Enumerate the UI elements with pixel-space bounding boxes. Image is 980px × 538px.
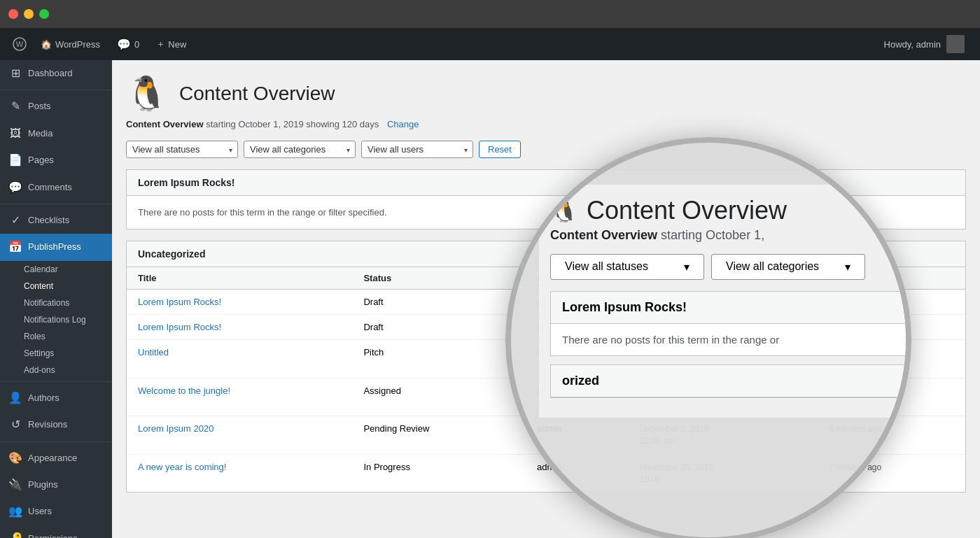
page-icon: 🐧: [126, 74, 168, 113]
sidebar-item-posts[interactable]: ✎ Posts: [0, 93, 112, 120]
sidebar-sub-settings[interactable]: Settings: [0, 345, 112, 362]
sidebar-sub-calendar[interactable]: Calendar: [0, 261, 112, 278]
admin-bar: W 🏠 WordPress 💬 0 ＋ New Howdy, admin: [0, 28, 980, 60]
zoom-subtitle-strong: Content Overview: [550, 228, 657, 242]
sidebar-label-dashboard: Dashboard: [28, 67, 73, 80]
post-title-link[interactable]: Lorem Ipsum Rocks!: [138, 322, 221, 332]
sidebar-sublabel-content: Content: [24, 281, 53, 291]
sidebar-sublabel-settings: Settings: [24, 348, 54, 358]
zoom-filter2-label: View all categories: [726, 260, 819, 273]
post-status-cell: Draft: [352, 290, 526, 315]
sidebar-item-revisions[interactable]: ↺ Revisions: [0, 411, 112, 438]
zoom-filter2-arrow: ▾: [845, 260, 850, 274]
zoom-filter-category[interactable]: View all categories ▾: [711, 254, 865, 280]
post-title-link[interactable]: A new year is coming!: [138, 462, 226, 472]
user-filter-wrapper: View all users ▾: [361, 141, 473, 158]
comments-icon: 💬: [8, 180, 22, 195]
post-status-cell: Assigned: [352, 378, 526, 416]
sidebar-item-authors[interactable]: 👤 Authors: [0, 385, 112, 411]
admin-bar-site[interactable]: 🏠 WordPress: [32, 28, 108, 60]
admin-bar-new[interactable]: ＋ New: [148, 28, 195, 60]
sidebar-item-dashboard[interactable]: ⊞ Dashboard: [0, 60, 112, 87]
zoom-penguin-icon: 🐧: [550, 197, 578, 224]
col-title: Title: [127, 267, 352, 290]
wp-logo[interactable]: W: [7, 28, 32, 60]
plugins-icon: 🔌: [8, 477, 22, 493]
col-status: Status: [352, 267, 526, 290]
page-title: Content Overview: [179, 83, 335, 105]
sidebar-label-media: Media: [28, 127, 52, 140]
sidebar-item-publishpress[interactable]: 📅 PublishPress: [0, 234, 112, 260]
media-icon: 🖼: [8, 126, 22, 141]
zoom-inner: 🐧 Content Overview Content Overview star…: [511, 143, 906, 537]
post-title-link[interactable]: Lorem Ipsum Rocks!: [138, 297, 221, 307]
sidebar-label-plugins: Plugins: [28, 479, 58, 491]
users-icon: 👥: [8, 504, 22, 519]
zoom-section2: orized: [550, 364, 906, 398]
zoom-title-text: Content Overview: [587, 196, 787, 225]
user-filter[interactable]: View all users: [361, 141, 473, 158]
sidebar-label-appearance: Appearance: [28, 452, 77, 465]
zoom-overlay: 🐧 Content Overview Content Overview star…: [505, 137, 911, 539]
separator-4: [0, 441, 112, 442]
howdy-text: Howdy, admin: [884, 39, 941, 50]
sidebar-sublabel-calendar: Calendar: [24, 264, 58, 274]
post-title-link[interactable]: Untitled: [138, 347, 169, 358]
sidebar-item-users[interactable]: 👥 Users: [0, 498, 112, 525]
zoom-section1: Lorem Ipsum Rocks! There are no posts fo…: [550, 291, 906, 356]
layout: ⊞ Dashboard ✎ Posts 🖼 Media 📄 Pages 💬 Co…: [0, 60, 980, 538]
sidebar-sub-notifications[interactable]: Notifications: [0, 295, 112, 311]
sidebar-label-comments: Comments: [28, 181, 72, 194]
sidebar-label-permissions: Permissions: [28, 532, 78, 538]
sidebar-sub-addons[interactable]: Add-ons: [0, 362, 112, 378]
title-bar: [0, 0, 980, 28]
zoom-title: 🐧 Content Overview: [550, 196, 906, 225]
zoom-filter-status[interactable]: View all statuses ▾: [550, 254, 704, 280]
close-button[interactable]: [8, 9, 18, 19]
sidebar-label-checklists: Checklists: [28, 214, 69, 227]
home-icon: 🏠: [41, 39, 52, 50]
sidebar-sub-roles[interactable]: Roles: [0, 328, 112, 345]
avatar: [946, 35, 965, 53]
post-title-cell: Lorem Ipsum Rocks!: [127, 290, 352, 315]
change-link[interactable]: Change: [387, 119, 419, 129]
post-status-cell: In Progress: [352, 454, 526, 492]
sidebar-label-publishpress: PublishPress: [28, 241, 81, 253]
zoom-subtitle-rest: starting October 1,: [661, 228, 764, 242]
main-content: 🐧 Content Overview Content Overview star…: [112, 60, 980, 538]
reset-button[interactable]: Reset: [479, 141, 521, 158]
permissions-icon: 🔑: [8, 531, 22, 538]
sidebar-sublabel-roles: Roles: [24, 332, 46, 341]
sidebar-sub-notifications-log[interactable]: Notifications Log: [0, 311, 112, 328]
post-title-link[interactable]: Lorem Ipsum 2020: [138, 423, 214, 434]
publishpress-icon: 📅: [8, 239, 22, 255]
separator-2: [0, 204, 112, 204]
post-status-cell: Pending Review: [352, 416, 526, 455]
sidebar-item-appearance[interactable]: 🎨 Appearance: [0, 445, 112, 472]
sidebar-item-media[interactable]: 🖼 Media: [0, 120, 112, 147]
post-title-link[interactable]: Welcome to the jungle!: [138, 385, 230, 396]
sidebar-item-pages[interactable]: 📄 Pages: [0, 147, 112, 174]
post-title-cell: Lorem Ipsum Rocks!: [127, 315, 352, 340]
sidebar-label-authors: Authors: [28, 392, 59, 404]
sidebar-item-comments[interactable]: 💬 Comments: [0, 174, 112, 201]
sidebar-item-permissions[interactable]: 🔑 Permissions: [0, 525, 112, 538]
filters-row: View all statuses ▾ View all categories …: [126, 141, 966, 158]
pages-icon: 📄: [8, 153, 22, 168]
page-subtitle: Content Overview starting October 1, 201…: [126, 119, 966, 129]
dashboard-icon: ⊞: [8, 66, 22, 81]
admin-bar-comments[interactable]: 💬 0: [108, 28, 148, 60]
separator-3: [0, 381, 112, 382]
status-filter[interactable]: View all statuses: [126, 141, 238, 158]
checklists-icon: ✓: [8, 213, 22, 228]
post-title-cell: Lorem Ipsum 2020: [127, 416, 352, 455]
zoom-section1-header: Lorem Ipsum Rocks!: [551, 292, 906, 324]
sidebar-item-checklists[interactable]: ✓ Checklists: [0, 207, 112, 234]
comment-icon: 💬: [117, 38, 131, 51]
category-filter[interactable]: View all categories: [244, 141, 356, 158]
admin-bar-howdy[interactable]: Howdy, admin: [876, 35, 973, 53]
sidebar-sub-content[interactable]: Content: [0, 278, 112, 295]
fullscreen-button[interactable]: [39, 9, 49, 19]
sidebar-item-plugins[interactable]: 🔌 Plugins: [0, 472, 112, 498]
minimize-button[interactable]: [24, 9, 34, 19]
